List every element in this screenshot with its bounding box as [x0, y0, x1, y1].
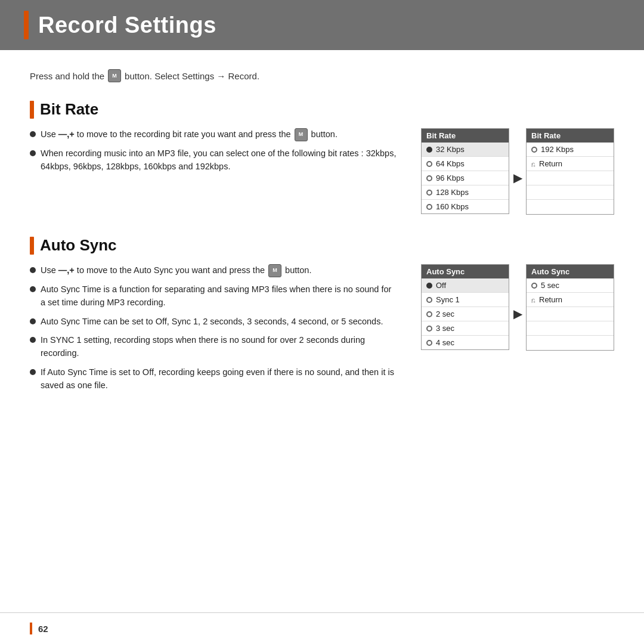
- auto-sync-bullets: Use —,+ to move to the Auto Sync you wan…: [30, 264, 397, 398]
- radio-empty-icon: [426, 204, 432, 210]
- auto-sync-right-panel: Auto Sync 5 sec ⎌ Return: [526, 264, 614, 351]
- bullet-dot: [30, 286, 36, 292]
- bullet-dot: [30, 131, 36, 137]
- footer-accent: [30, 623, 32, 634]
- bit-rate-empty-2: [527, 185, 614, 200]
- section-bit-rate-accent: [30, 101, 34, 119]
- section-auto-sync: Auto Sync Use —,+ to move to the Auto Sy…: [30, 236, 614, 398]
- header-accent: [24, 11, 29, 39]
- instruction-prefix: Press and hold the: [30, 71, 104, 81]
- section-auto-sync-body: Use —,+ to move to the Auto Sync you wan…: [30, 264, 614, 398]
- bit-rate-bullets: Use —,+ to move to the recording bit rat…: [30, 128, 397, 179]
- section-auto-sync-title: Auto Sync: [40, 236, 117, 255]
- bit-rate-right-panel: Bit Rate 192 Kbps ⎌ Return: [526, 128, 614, 215]
- bit-rate-right-header: Bit Rate: [527, 129, 614, 143]
- radio-empty-icon: [426, 297, 432, 303]
- arrow-between-2: ▶: [509, 295, 526, 321]
- bit-rate-item-32[interactable]: 32 Kbps: [422, 143, 509, 157]
- auto-sync-bullet-2: Auto Sync Time can be set to Off, Sync 1…: [30, 315, 397, 329]
- bit-rate-empty-1: [527, 171, 614, 185]
- section-bit-rate-title: Bit Rate: [40, 100, 98, 119]
- arrow-between: ▶: [509, 159, 526, 185]
- radio-empty-icon: [426, 175, 432, 181]
- return-icon: ⎌: [531, 160, 535, 168]
- auto-sync-item-off[interactable]: Off: [422, 278, 509, 293]
- section-auto-sync-title-row: Auto Sync: [30, 236, 614, 255]
- bullet-dot: [30, 337, 36, 343]
- bit-rate-item-96[interactable]: 96 Kbps: [422, 171, 509, 185]
- bullet-dot: [30, 150, 36, 156]
- radio-empty-icon: [426, 311, 432, 317]
- auto-sync-item-3sec[interactable]: 3 sec: [422, 321, 509, 336]
- radio-filled-icon: [426, 283, 432, 289]
- radio-empty-icon: [426, 326, 432, 332]
- auto-sync-left-panel: Auto Sync Off Sync 1 2 sec: [421, 264, 509, 350]
- m-button-icon-as: M: [268, 264, 281, 277]
- bit-rate-bullet-0: Use —,+ to move to the recording bit rat…: [30, 128, 397, 141]
- auto-sync-bullet-0: Use —,+ to move to the Auto Sync you wan…: [30, 264, 397, 277]
- auto-sync-bullet-3: In SYNC 1 setting, recording stops when …: [30, 334, 397, 360]
- bit-rate-left-panel: Bit Rate 32 Kbps 64 Kbps 96 Kbps: [421, 128, 509, 214]
- instruction-suffix: button. Select Settings → Record.: [125, 71, 259, 81]
- section-bit-rate-body: Use —,+ to move to the recording bit rat…: [30, 128, 614, 215]
- auto-sync-empty-2: [527, 321, 614, 336]
- radio-empty-icon: [531, 147, 537, 153]
- auto-sync-right-header: Auto Sync: [527, 265, 614, 278]
- bullet-dot: [30, 318, 36, 324]
- radio-filled-icon: [426, 147, 432, 153]
- page-number: 62: [38, 624, 48, 634]
- auto-sync-bullet-4: If Auto Sync Time is set to Off, recordi…: [30, 366, 397, 392]
- content-area: Press and hold the M button. Select Sett…: [0, 50, 644, 437]
- auto-sync-left-header: Auto Sync: [422, 265, 509, 278]
- radio-empty-icon: [531, 283, 537, 289]
- bit-rate-item-160[interactable]: 160 Kbps: [422, 200, 509, 213]
- auto-sync-item-return[interactable]: ⎌ Return: [527, 293, 614, 307]
- bullet-dot: [30, 267, 36, 273]
- bullet-dot: [30, 369, 36, 375]
- press-instruction: Press and hold the M button. Select Sett…: [30, 69, 614, 82]
- auto-sync-item-sync1[interactable]: Sync 1: [422, 293, 509, 307]
- bit-rate-item-128[interactable]: 128 Kbps: [422, 185, 509, 200]
- m-button-icon-br: M: [295, 128, 308, 141]
- auto-sync-item-4sec[interactable]: 4 sec: [422, 336, 509, 349]
- radio-empty-icon: [426, 161, 432, 167]
- page-header: Record Settings: [0, 0, 644, 50]
- section-auto-sync-accent: [30, 237, 34, 255]
- bit-rate-empty-3: [527, 200, 614, 214]
- bit-rate-bullet-1: When recording music into an MP3 file, y…: [30, 147, 397, 174]
- bit-rate-item-return[interactable]: ⎌ Return: [527, 157, 614, 171]
- bit-rate-item-64[interactable]: 64 Kbps: [422, 157, 509, 171]
- section-bit-rate: Bit Rate Use —,+ to move to the recordin…: [30, 100, 614, 215]
- section-bit-rate-title-row: Bit Rate: [30, 100, 614, 119]
- auto-sync-empty-1: [527, 307, 614, 321]
- page-title: Record Settings: [38, 13, 216, 38]
- return-icon: ⎌: [531, 296, 535, 304]
- bit-rate-panels: Bit Rate 32 Kbps 64 Kbps 96 Kbps: [421, 128, 614, 215]
- bit-rate-item-192[interactable]: 192 Kbps: [527, 143, 614, 157]
- auto-sync-item-2sec[interactable]: 2 sec: [422, 307, 509, 321]
- auto-sync-empty-3: [527, 336, 614, 350]
- m-button-icon: M: [108, 69, 121, 82]
- bit-rate-left-header: Bit Rate: [422, 129, 509, 143]
- auto-sync-bullet-1: Auto Sync Time is a function for separat…: [30, 283, 397, 309]
- radio-empty-icon: [426, 340, 432, 346]
- page-footer: 62: [0, 612, 644, 644]
- auto-sync-panels: Auto Sync Off Sync 1 2 sec: [421, 264, 614, 351]
- radio-empty-icon: [426, 190, 432, 196]
- auto-sync-item-5sec[interactable]: 5 sec: [527, 278, 614, 293]
